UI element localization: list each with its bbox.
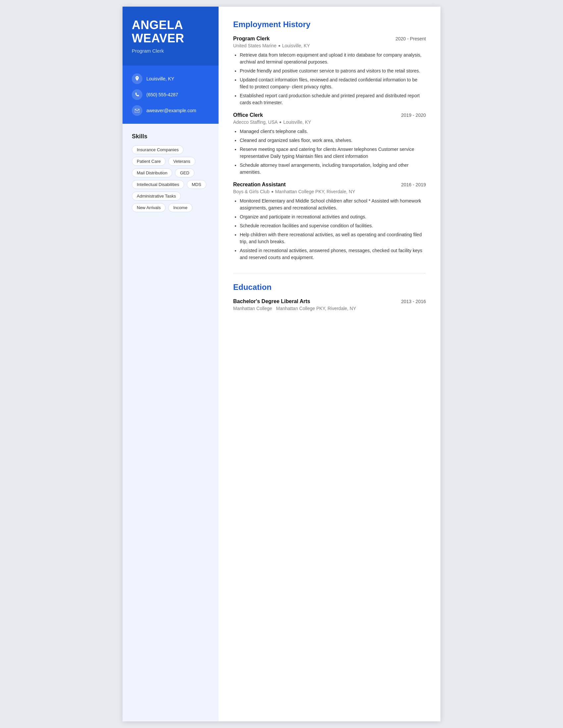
location-item: Louisville, KY [132,73,209,84]
job-bullets: Monitored Elementary and Middle School c… [233,198,426,261]
job-bullet: Updated contact information files, revie… [240,76,426,90]
job-title: Program Clerk [233,36,269,42]
skill-tag: New Arrivals [132,203,165,212]
job-dates: 2019 - 2020 [401,113,426,118]
skill-tag: Insurance Companies [132,145,183,154]
skill-tag: Intellectual Disabilities [132,180,184,189]
sidebar: ANGELA WEAVER Program Clerk Louisville, … [122,7,218,721]
skill-tag: Veterans [168,157,195,166]
job-meta: United States MarineLouisville, KY [233,43,426,48]
job-bullet: Organize and participate in recreational… [240,213,426,220]
education-container: Bachelor's Degree Liberal Arts2013 - 201… [233,298,426,311]
job-bullet: Monitored Elementary and Middle School c… [240,198,426,211]
skill-tag: Income [168,203,192,212]
candidate-title: Program Clerk [132,48,209,54]
job-company: Adecco Staffing, USA [233,119,277,125]
job-bullet: Schedule attorney travel arrangements, i… [240,162,426,176]
jobs-container: Program Clerk2020 - PresentUnited States… [233,36,426,261]
job-dates: 2016 - 2019 [401,182,426,187]
contact-section: Louisville, KY (650) 555-4287 aweaver [122,66,218,124]
sidebar-header: ANGELA WEAVER Program Clerk [122,7,218,66]
job-bullets: Retrieve data from telecom equipment and… [233,52,426,106]
job-bullet: Cleaned and organized sales floor, work … [240,137,426,144]
skills-heading: Skills [132,133,209,140]
edu-header: Bachelor's Degree Liberal Arts2013 - 201… [233,298,426,304]
email-icon [132,105,142,116]
dot-separator [271,191,273,193]
email-item: aweaver@example.com [132,105,209,116]
job-bullet: Help children with there recreational ac… [240,231,426,245]
job-entry: Recreation Assistant2016 - 2019Boys & Gi… [233,182,426,261]
phone-icon [132,89,142,100]
job-location: Louisville, KY [282,43,310,48]
job-bullet: Established report card production sched… [240,92,426,106]
employment-title: Employment History [233,20,426,29]
job-bullet: Provide friendly and positive customer s… [240,68,426,74]
first-name: ANGELA [132,18,183,32]
job-bullets: Managed client's telephone calls.Cleaned… [233,128,426,176]
job-bullet: Reserve meeting space and catering for c… [240,146,426,160]
location-text: Louisville, KY [146,76,174,81]
skill-tag: Administrative Tasks [132,192,181,201]
job-bullet: Schedule recreation facilities and super… [240,222,426,229]
job-title: Recreation Assistant [233,182,286,188]
skill-tag: GED [175,168,194,177]
resume-container: ANGELA WEAVER Program Clerk Louisville, … [122,7,441,721]
edu-dates: 2013 - 2016 [401,299,426,304]
job-header: Recreation Assistant2016 - 2019 [233,182,426,188]
employment-section: Employment History Program Clerk2020 - P… [233,20,426,261]
skill-tag: Patient Care [132,157,165,166]
job-header: Office Clerk2019 - 2020 [233,112,426,118]
edu-location: Manhattan College PKY, Riverdale, NY [276,306,356,311]
candidate-name: ANGELA WEAVER [132,19,209,45]
dot-separator [279,121,281,123]
edu-degree: Bachelor's Degree Liberal Arts [233,298,310,304]
edu-school: Manhattan College [233,306,272,311]
job-bullet: Managed client's telephone calls. [240,128,426,135]
skills-section: Skills Insurance CompaniesPatient CareVe… [122,124,218,721]
job-company: Boys & Girls Club [233,189,269,194]
job-company: United States Marine [233,43,276,48]
job-location: Manhattan College PKY, Riverdale, NY [275,189,355,194]
education-section: Education Bachelor's Degree Liberal Arts… [233,283,426,311]
job-bullet: Assisted in recreational activities, ans… [240,247,426,261]
skills-tags: Insurance CompaniesPatient CareVeteransM… [132,145,209,212]
job-header: Program Clerk2020 - Present [233,36,426,42]
job-bullet: Retrieve data from telecom equipment and… [240,52,426,66]
job-entry: Program Clerk2020 - PresentUnited States… [233,36,426,106]
job-dates: 2020 - Present [396,36,426,41]
job-meta: Adecco Staffing, USALouisville, KY [233,119,426,125]
skill-tag: MDS [187,180,206,189]
phone-text: (650) 555-4287 [146,92,178,97]
education-title: Education [233,283,426,292]
job-entry: Office Clerk2019 - 2020Adecco Staffing, … [233,112,426,176]
job-meta: Boys & Girls ClubManhattan College PKY, … [233,189,426,194]
last-name: WEAVER [132,31,184,45]
location-icon [132,73,142,84]
skill-tag: Mail Distribution [132,168,172,177]
dot-separator [278,45,280,47]
edu-entry: Bachelor's Degree Liberal Arts2013 - 201… [233,298,426,311]
job-title: Office Clerk [233,112,263,118]
edu-meta: Manhattan CollegeManhattan College PKY, … [233,306,426,311]
section-divider [233,273,426,273]
phone-item: (650) 555-4287 [132,89,209,100]
email-text: aweaver@example.com [146,108,196,113]
job-location: Louisville, KY [283,119,311,125]
main-content: Employment History Program Clerk2020 - P… [218,7,441,721]
